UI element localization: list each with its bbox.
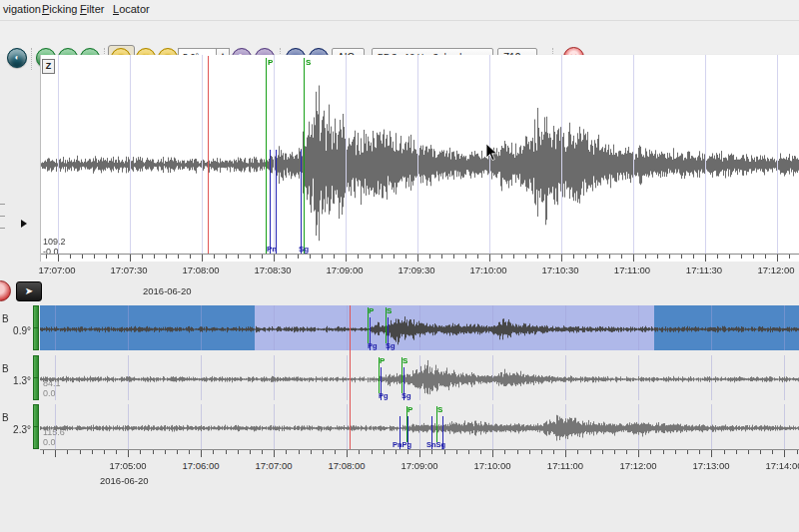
left-gutter-mark — [0, 204, 5, 205]
time-tick-label: 17:05:00 — [110, 460, 147, 471]
main-axis-date: 2016-06-20 — [143, 285, 192, 296]
axis-tick — [626, 450, 627, 454]
time-tick-label: 17:09:30 — [399, 265, 435, 275]
axis-tick — [645, 255, 646, 259]
pick-label: Sg — [299, 245, 309, 254]
time-tick-label: 17:07:30 — [111, 265, 148, 275]
axis-tick — [717, 255, 718, 259]
axis-tick — [561, 255, 562, 262]
axis-tick — [407, 450, 408, 454]
axis-tick — [621, 255, 622, 259]
axis-tick — [70, 255, 71, 259]
axis-tick — [322, 255, 323, 259]
axis-tick — [177, 450, 178, 454]
mouse-cursor — [485, 143, 499, 163]
axis-tick — [226, 255, 227, 259]
time-tick-label: 17:09:00 — [327, 265, 364, 275]
axis-tick — [537, 255, 538, 259]
globe-map-button[interactable]: ◐ — [7, 48, 27, 68]
time-tick-label: 17:07:00 — [39, 265, 76, 275]
time-tick-label: 17:10:00 — [474, 460, 511, 471]
axis-tick — [705, 255, 706, 262]
axis-tick — [501, 255, 502, 259]
axis-tick — [238, 450, 239, 454]
time-tick-label: 17:08:30 — [255, 265, 292, 275]
main-trace-panel[interactable]: Z 109.2 -0.0 PSPnSg — [40, 55, 799, 262]
origin-time-line — [350, 305, 351, 449]
axis-tick — [250, 255, 251, 259]
axis-tick — [489, 255, 490, 262]
station-row-3[interactable]: 115.6 0.0 PSPnPgSnSg — [40, 404, 799, 449]
station-row-1[interactable]: 109.2 -0.0 PSPgSg — [40, 305, 799, 350]
record-button-clipped[interactable] — [0, 280, 11, 301]
time-tick-label: 17:10:30 — [542, 265, 579, 275]
axis-tick — [165, 450, 166, 454]
menu-filter[interactable]: Filter — [80, 3, 104, 15]
station-waveform — [40, 404, 799, 449]
grid-line — [58, 55, 59, 254]
axis-tick — [310, 255, 311, 259]
left-gutter-mark — [0, 216, 5, 217]
axis-tick — [384, 450, 385, 454]
axis-tick — [663, 450, 664, 454]
station-traces-panel: 109.2 -0.0 PSPgSg 84.1 0.0 PSPgSg 115.6 … — [40, 305, 799, 449]
axis-tick — [396, 450, 397, 454]
axis-tick — [286, 450, 287, 454]
axis-tick — [772, 450, 773, 454]
station-status-bar — [33, 355, 39, 400]
axis-tick — [549, 255, 550, 259]
menu-picking[interactable]: Picking — [42, 3, 77, 15]
axis-tick — [444, 450, 445, 454]
scolv-picker-window: vigation Picking Filter Locator ◐ ▪ s g … — [0, 0, 799, 532]
axis-tick — [711, 450, 712, 457]
axis-tick — [669, 255, 670, 259]
axis-tick — [55, 450, 56, 457]
time-tick-label: 17:14:00 — [766, 460, 799, 471]
time-tick-label: 17:10:00 — [470, 265, 507, 275]
station-code: B — [2, 313, 9, 324]
expand-triangle-icon[interactable] — [21, 220, 27, 228]
axis-tick — [80, 450, 81, 454]
axis-tick — [419, 450, 420, 457]
axis-tick — [94, 255, 95, 259]
jump-to-picks-button[interactable]: ➤ — [16, 281, 42, 301]
pick-line[interactable] — [270, 150, 271, 254]
axis-tick — [299, 450, 300, 454]
axis-tick — [614, 450, 615, 454]
axis-tick — [372, 450, 373, 454]
pick-line[interactable] — [301, 150, 302, 254]
axis-tick — [650, 450, 651, 454]
axis-tick — [43, 450, 44, 454]
menu-navigation[interactable]: vigation — [3, 3, 41, 15]
axis-tick — [741, 255, 742, 259]
axis-tick — [82, 255, 83, 259]
axis-tick — [456, 450, 457, 454]
axis-tick — [573, 255, 574, 259]
axis-tick — [753, 255, 754, 259]
axis-tick — [213, 450, 214, 454]
main-amp-max: 109.2 — [43, 237, 66, 247]
pick-label: Sg — [401, 391, 411, 400]
theoretical-arrival-label: P — [380, 356, 385, 365]
globe-icon: ◐ — [15, 54, 20, 62]
axis-tick — [429, 255, 430, 259]
grid-line — [417, 55, 418, 254]
theoretical-arrival-line — [304, 58, 305, 254]
time-tick-label: 17:08:00 — [329, 460, 366, 471]
menu-locator[interactable]: Locator — [113, 3, 150, 15]
axis-tick — [140, 450, 141, 454]
axis-tick — [190, 255, 191, 259]
menu-underline: F — [80, 3, 87, 15]
station-row-2[interactable]: 84.1 0.0 PSPgSg — [40, 355, 799, 400]
axis-tick — [724, 450, 725, 454]
axis-tick — [202, 255, 203, 262]
axis-tick — [189, 450, 190, 454]
pick-label: Pg — [379, 391, 389, 400]
axis-tick — [729, 255, 730, 259]
axis-tick — [142, 255, 143, 259]
axis-tick — [347, 450, 348, 457]
pick-line[interactable] — [276, 150, 277, 254]
pick-label: Pg — [368, 341, 378, 350]
station-waveform — [40, 305, 799, 350]
axis-tick — [178, 255, 179, 259]
